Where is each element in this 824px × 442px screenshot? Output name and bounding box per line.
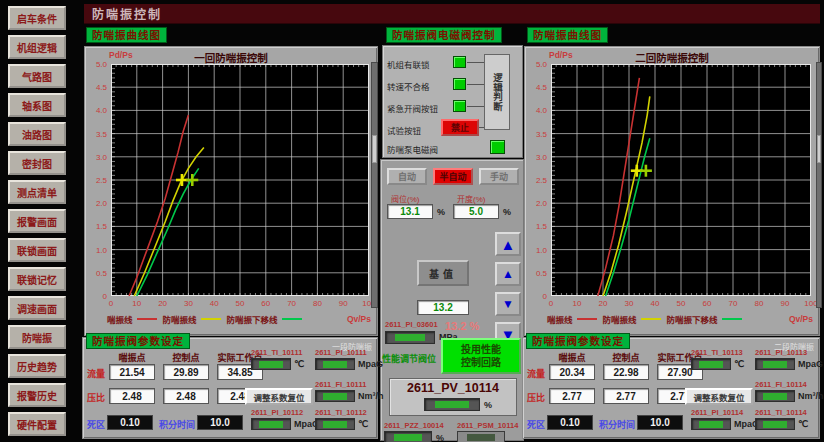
- section-label-param-right: 防喘振阀参数设定: [526, 333, 630, 349]
- pzz-unit: %: [436, 433, 444, 442]
- y-tick: 0.5: [87, 269, 107, 278]
- tag-unit-0: ℃: [294, 359, 304, 369]
- tag-unit-2: Nm³/h: [358, 391, 384, 401]
- valve-pos-input[interactable]: 13.1: [387, 204, 433, 219]
- param-value-0-1[interactable]: 22.98: [603, 364, 649, 380]
- pzz-tag-name: 2611_PZZ_10014: [384, 421, 444, 430]
- page-title-bar: 防喘振控制: [84, 4, 820, 24]
- legend: 喘振线防喘振线防喘振下移线Qv/Ps: [547, 313, 813, 325]
- tag-name-4: 2611_TI_10112: [315, 408, 367, 417]
- chart-plot: [111, 64, 369, 296]
- x-tick: 20: [595, 299, 611, 308]
- manual-mode-button[interactable]: 手动: [479, 168, 519, 185]
- sidebar-item-2[interactable]: 气路图: [8, 64, 66, 88]
- param-panel-stage2: 二段防喘振喘振点控制点实际工作点流量20.3422.9827.90压比2.772…: [522, 337, 820, 439]
- decrease-button[interactable]: ▼: [495, 292, 521, 316]
- scrollbar-thumb[interactable]: [372, 135, 377, 163]
- y-axis-label: Pd/Ps: [109, 50, 133, 60]
- y-tick: 3.5: [87, 130, 107, 139]
- semi-auto-mode-button[interactable]: 半自动: [433, 168, 473, 185]
- param-value-1-0[interactable]: 2.48: [109, 388, 155, 404]
- chart-first-loop: 一回防喘振控制Pd/Ps5.04.54.03.53.02.52.01.51.00…: [84, 46, 378, 336]
- increase-fast-button[interactable]: ▲: [495, 232, 521, 256]
- sidebar-item-12[interactable]: 历史趋势: [8, 354, 66, 378]
- sidebar-item-13[interactable]: 报警历史: [8, 383, 66, 407]
- integral-time-value[interactable]: 10.0: [637, 415, 683, 430]
- enable-performance-loop-button[interactable]: 投用性能 控制回路: [441, 338, 521, 374]
- param-value-0-0[interactable]: 21.54: [109, 364, 155, 380]
- param-value-1-0[interactable]: 2.77: [549, 388, 595, 404]
- y-tick: 4.0: [87, 106, 107, 115]
- x-tick: 70: [725, 299, 741, 308]
- psm-tag-name: 2611_PSM_10114: [457, 421, 518, 430]
- auto-mode-button[interactable]: 自动: [387, 168, 427, 185]
- column-header-1: 控制点: [160, 351, 212, 364]
- legend-item: 喘振线: [547, 313, 597, 325]
- y-tick: 2.0: [527, 199, 547, 208]
- tag-unit-1: MpaG: [358, 359, 383, 369]
- sidebar-item-3[interactable]: 轴系图: [8, 93, 66, 117]
- param-value-1-1[interactable]: 2.48: [163, 388, 209, 404]
- x-tick: 20: [155, 299, 171, 308]
- param-value-0-0[interactable]: 20.34: [549, 364, 595, 380]
- tag-value-display-3: [251, 418, 291, 430]
- y-tick: 2.0: [87, 199, 107, 208]
- deadband-value[interactable]: 0.10: [107, 415, 153, 430]
- base-value-button[interactable]: 基值: [417, 260, 469, 286]
- sidebar-item-8[interactable]: 联锁画面: [8, 238, 66, 262]
- control-panel: 自动 半自动 手动 阀位(%) 开度(%) 13.1 % 5.0 % ▲ ▲ ▼…: [380, 159, 524, 441]
- chart-second-loop: 二回防喘振控制Pd/Ps5.04.54.03.53.02.52.01.51.00…: [524, 46, 820, 336]
- legend-item: 防喘振下移线: [667, 313, 742, 325]
- sidebar-item-1[interactable]: 机组逻辑: [8, 35, 66, 59]
- test-forbid-button[interactable]: 禁止: [441, 119, 479, 136]
- legend-item: 防喘振线: [603, 313, 661, 325]
- adjust-reset-button[interactable]: 调整系数复位: [685, 388, 753, 405]
- y-tick: 3.0: [87, 153, 107, 162]
- solenoid-panel: 机组有联锁 转速不合格 紧急开阀按钮 试验按钮 禁止 逻辑判断 防喘泵电磁阀: [382, 45, 523, 158]
- mid-value-field[interactable]: 13.2: [417, 300, 469, 315]
- sidebar-item-4[interactable]: 油路图: [8, 122, 66, 146]
- pv-value-display: [424, 398, 480, 411]
- legend-item: 防喘振下移线: [227, 313, 302, 325]
- tag-value-display-1: [315, 358, 355, 370]
- adjust-reset-button[interactable]: 调整系数复位: [245, 388, 313, 405]
- tag-unit-4: ℃: [358, 419, 368, 429]
- x-tick: 60: [258, 299, 274, 308]
- increase-button[interactable]: ▲: [495, 262, 521, 286]
- tag-name-3: 2611_PI_10114: [691, 408, 743, 417]
- scrollbar-thumb[interactable]: [817, 135, 821, 163]
- sidebar-item-0[interactable]: 启车条件: [8, 6, 66, 30]
- scrollbar-right[interactable]: [816, 62, 822, 308]
- sidebar-item-5[interactable]: 密封图: [8, 151, 66, 175]
- tag-name-4: 2611_TI_10114: [755, 408, 807, 417]
- y-tick: 5.0: [87, 60, 107, 69]
- legend-line-sample: [282, 318, 302, 320]
- interlock-indicator: [453, 56, 466, 68]
- legend-line-sample: [722, 318, 742, 320]
- deadband-value[interactable]: 0.10: [547, 415, 593, 430]
- integral-time-value[interactable]: 10.0: [197, 415, 243, 430]
- sidebar-item-7[interactable]: 报警画面: [8, 209, 66, 233]
- tag-unit-1: MpaG: [798, 359, 823, 369]
- sidebar-item-6[interactable]: 测点清单: [8, 180, 66, 204]
- tag-value-display-2: [315, 390, 355, 402]
- arrow-up-icon: ▲: [501, 236, 516, 253]
- section-label-left-curve: 防喘振曲线图: [86, 27, 167, 43]
- sidebar-item-10[interactable]: 调速画面: [8, 296, 66, 320]
- param-value-0-1[interactable]: 29.89: [163, 364, 209, 380]
- sidebar-item-14[interactable]: 硬件配置: [8, 412, 66, 436]
- y-tick: 2.5: [527, 176, 547, 185]
- x-tick: 10: [569, 299, 585, 308]
- sidebar-item-9[interactable]: 联锁记忆: [8, 267, 66, 291]
- tag-unit-0: ℃: [734, 359, 744, 369]
- legend-line-sample: [201, 318, 221, 320]
- sidebar-item-11[interactable]: 防喘振: [8, 325, 66, 349]
- opening-input[interactable]: 5.0: [453, 204, 499, 219]
- deadband-label: 死区: [527, 418, 545, 431]
- y-tick: 3.0: [527, 153, 547, 162]
- opening-unit: %: [503, 207, 511, 217]
- param-value-1-1[interactable]: 2.77: [603, 388, 649, 404]
- scrollbar-left[interactable]: [371, 62, 378, 308]
- pump-solenoid-indicator: [490, 140, 505, 154]
- perf-valve-label: 性能调节阀位: [382, 352, 436, 365]
